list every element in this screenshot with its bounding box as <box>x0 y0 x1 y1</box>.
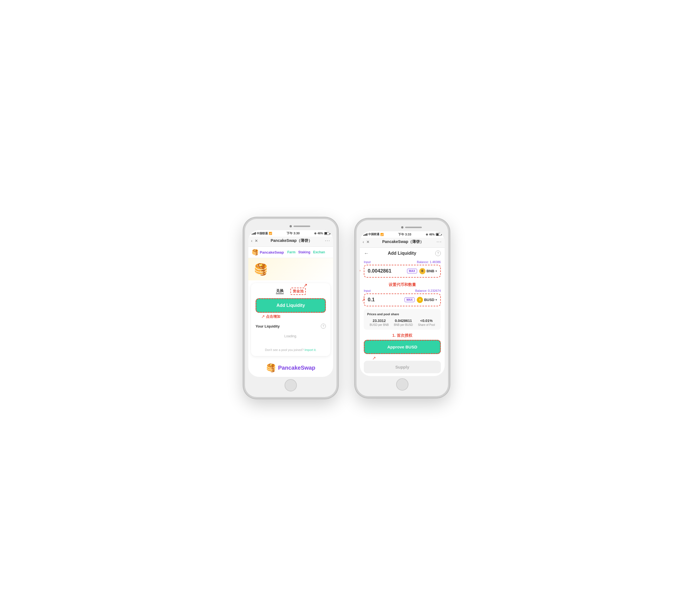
phone-screen-2: 中国联通 📶 下午 3:33 ⊕ 46% ‹ ✕ PancakeSwap（薄饼）… <box>360 231 445 376</box>
phone-top-2 <box>360 223 445 231</box>
tab-pool-annotation-1[interactable]: 资金池 <box>291 287 306 295</box>
tab-pool-wrapper-1: 资金池 ↗ <box>291 287 306 295</box>
signal-bar-2-2 <box>364 234 365 236</box>
input-bnb-section-2: Input Balance: 1.48386 ↗ 0.0042861 MAX B… <box>364 260 441 278</box>
price1-value-2: 23.3312 <box>370 319 389 323</box>
browser-close-icon-1[interactable]: ✕ <box>255 239 258 243</box>
price3-label-2: Share of Pool <box>418 323 435 326</box>
home-button-1[interactable] <box>284 379 297 392</box>
input-bnb-value-2[interactable]: 0.0042861 <box>368 268 405 274</box>
first-auth-annotation-2: 1. 首次授权 <box>364 333 441 338</box>
busd-max-button-2[interactable]: MAX <box>404 297 415 302</box>
click-annotation-1: 点击增加 <box>266 314 280 319</box>
pancake-nav-1: 🥞 PancakeSwap Farm Staking Exchan <box>248 246 333 258</box>
wifi-icon-1: 📶 <box>269 232 272 235</box>
input-bnb-label-2: Input <box>364 260 371 264</box>
status-bar-2: 中国联通 📶 下午 3:33 ⊕ 46% <box>360 231 445 238</box>
phone-2: 中国联通 📶 下午 3:33 ⊕ 46% ‹ ✕ PancakeSwap（薄饼）… <box>355 218 450 398</box>
prices-title-2: Prices and pool share <box>367 313 437 316</box>
time-1: 下午 3:30 <box>286 231 300 236</box>
signal-bar-2-4 <box>367 233 368 236</box>
your-liquidity-section-1: Your Liquidity ? <box>256 324 326 329</box>
browser-nav-left-1: ‹ ✕ <box>251 239 258 243</box>
price-bnb-per-busd-2: 0.0428611 BNB per BUSD <box>394 319 413 326</box>
price-share-pool-2: <0.01% Share of Pool <box>418 319 435 326</box>
bottom-logo-icon-1: 🥞 <box>266 363 276 373</box>
home-button-2[interactable] <box>396 378 409 391</box>
busd-token-selector-2[interactable]: $ BUSD ▾ <box>417 297 437 303</box>
browser-nav-left-2: ‹ ✕ <box>363 240 370 244</box>
speaker-1 <box>294 226 310 227</box>
browser-nav-2: ‹ ✕ PancakeSwap（薄饼） ··· <box>363 239 442 244</box>
main-card-1: 兑换 资金池 ↗ Add Liquidity ↗ 点击增加 Your Liqui… <box>251 283 330 356</box>
signal-bars-1 <box>252 232 256 235</box>
busd-chevron-2: ▾ <box>435 298 437 301</box>
signal-bars-2 <box>363 233 368 236</box>
browser-back-icon-1[interactable]: ‹ <box>251 239 253 243</box>
input-busd-value-2[interactable]: 0.1 <box>368 297 402 303</box>
input-bnb-label-row-2: Input Balance: 1.48386 <box>364 260 441 264</box>
tab-exchange-1[interactable]: 兑换 <box>276 289 284 294</box>
battery-pct-1: 46% <box>317 232 323 235</box>
signal-bar-4 <box>255 232 256 235</box>
status-bar-1: 中国联通 📶 下午 3:30 ⊕ 46% <box>248 230 333 237</box>
pancake-logo-icon-1: 🥞 <box>252 249 259 256</box>
carrier-2: 中国联通 <box>368 232 379 236</box>
pancake-nav-links-1: Farm Staking Exchan <box>288 250 325 254</box>
add-liquidity-button-1[interactable]: Add Liquidity <box>256 298 326 313</box>
page-help-2[interactable]: ? <box>435 251 441 256</box>
bnb-token-selector-2[interactable]: B BNB ▾ <box>419 268 437 274</box>
busd-token-name-2: BUSD <box>424 298 434 302</box>
phone-top-1 <box>248 222 333 230</box>
input-busd-box-2: ↗ 0.1 MAX $ BUSD ▾ <box>364 294 441 306</box>
battery-icon-1 <box>324 232 330 235</box>
phone-screen-1: 中国联通 📶 下午 3:30 ⊕ 46% ‹ ✕ PancakeSwap（薄饼）… <box>248 230 333 377</box>
prices-row-2: 23.3312 BUSD per BNB 0.0428611 BNB per B… <box>367 319 437 326</box>
browser-close-icon-2[interactable]: ✕ <box>366 240 370 244</box>
phone-bottom-1 <box>248 377 333 394</box>
nav-farm-1[interactable]: Farm <box>288 250 295 254</box>
arrow-bnb-2: ↗ <box>360 269 361 274</box>
approve-busd-button-2[interactable]: Approve BUSD <box>364 340 441 354</box>
battery-pct-2: 46% <box>429 233 435 236</box>
arrow-click-1: ↗ <box>261 314 265 319</box>
status-left-2: 中国联通 📶 <box>363 232 383 236</box>
set-annotation-2: 设置代币和数量 <box>389 282 416 287</box>
price2-label-2: BNB per BUSD <box>394 323 413 326</box>
approve-wrapper-2: Approve BUSD ↗ <box>364 340 441 356</box>
price2-value-2: 0.0428611 <box>394 319 413 323</box>
browser-nav-1: ‹ ✕ PancakeSwap（薄饼） ··· <box>251 238 330 243</box>
signal-bar-2-3 <box>365 234 366 236</box>
input-busd-balance-2: Balance: 0.232674 <box>415 289 441 292</box>
loading-text-1: Loading. <box>256 329 326 344</box>
import-link-1[interactable]: Import it. <box>304 348 316 352</box>
battery-fill-2 <box>436 234 439 236</box>
browser-back-icon-2[interactable]: ‹ <box>363 240 364 244</box>
mid-annotation-2: 设置代币和数量 <box>364 280 441 289</box>
supply-button-2[interactable]: Supply <box>364 361 441 373</box>
bnb-icon-2: B <box>419 268 425 274</box>
battery-fill-1 <box>325 232 327 234</box>
nav-staking-1[interactable]: Staking <box>298 250 310 254</box>
camera-1 <box>290 225 292 227</box>
card-tabs-1: 兑换 资金池 ↗ <box>256 287 326 295</box>
phone-1: 中国联通 📶 下午 3:30 ⊕ 46% ‹ ✕ PancakeSwap（薄饼）… <box>243 217 338 399</box>
location-icon-1: ⊕ <box>314 232 316 235</box>
dont-see-pool-1: Don't see a pool you joined? Import it. <box>256 348 326 352</box>
time-2: 下午 3:33 <box>398 232 411 237</box>
browser-dots-2[interactable]: ··· <box>437 239 442 244</box>
nav-exchange-1[interactable]: Exchan <box>313 250 325 254</box>
browser-title-1: PancakeSwap（薄饼） <box>258 238 325 243</box>
signal-bar-3 <box>254 233 255 235</box>
browser-title-2: PancakeSwap（薄饼） <box>370 239 437 244</box>
pancake-logo-1: 🥞 PancakeSwap <box>252 249 284 256</box>
arrow-to-pool-1: ↗ <box>303 283 307 288</box>
page-back-2[interactable]: ← <box>364 251 369 256</box>
page-title-2: Add Liquidity <box>388 251 416 256</box>
browser-dots-1[interactable]: ··· <box>325 238 330 243</box>
bnb-token-name-2: BNB <box>427 269 434 273</box>
input-busd-label-2: Input <box>364 289 371 292</box>
your-liquidity-help-1[interactable]: ? <box>321 324 326 329</box>
bnb-max-button-2[interactable]: MAX <box>407 269 417 273</box>
carrier-1: 中国联通 <box>257 232 268 236</box>
